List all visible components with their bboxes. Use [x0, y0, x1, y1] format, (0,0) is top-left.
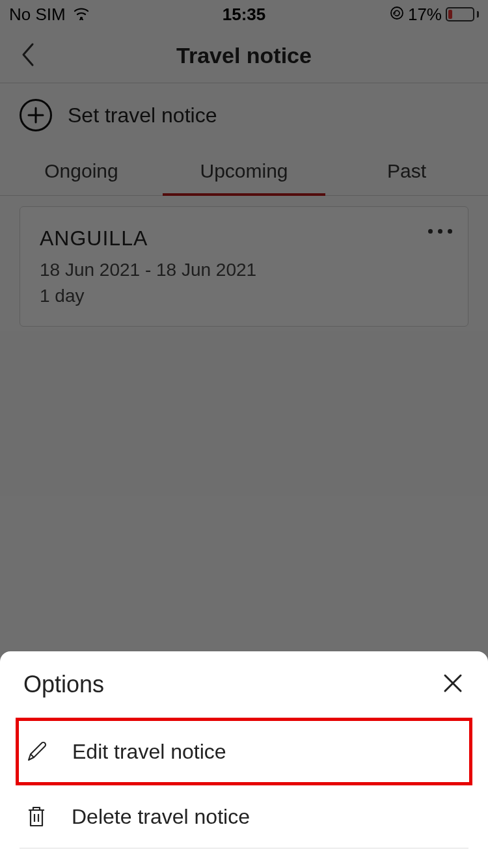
delete-travel-notice-label: Delete travel notice [72, 805, 250, 829]
trash-icon [22, 804, 51, 830]
delete-travel-notice-button[interactable]: Delete travel notice [20, 785, 468, 848]
options-sheet: Options Edit travel notice Delete travel… [0, 651, 488, 868]
edit-travel-notice-button[interactable]: Edit travel notice [16, 718, 472, 785]
close-button[interactable] [441, 671, 465, 698]
screen-root: No SIM 15:35 17% Travel notice Set [0, 0, 488, 868]
close-icon [441, 671, 465, 695]
sheet-header: Options [0, 671, 488, 718]
sheet-title: Options [23, 671, 104, 698]
edit-travel-notice-label: Edit travel notice [72, 740, 226, 764]
pencil-icon [23, 739, 51, 764]
